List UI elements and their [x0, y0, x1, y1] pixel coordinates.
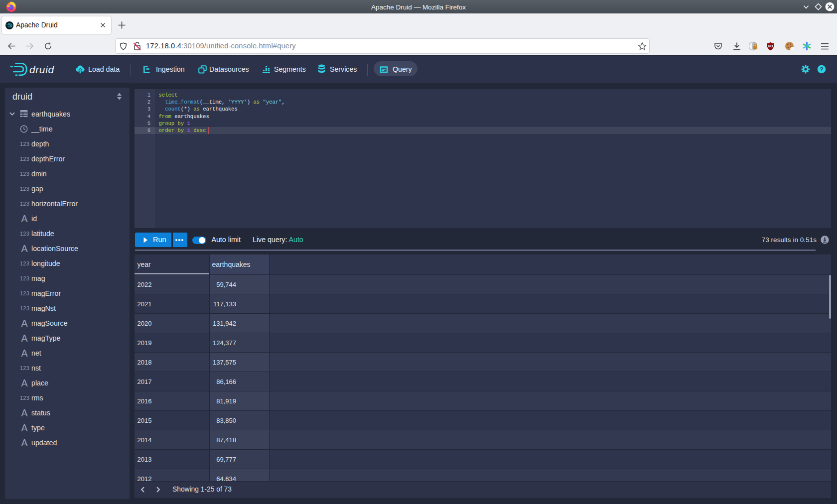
svg-text:uO: uO	[768, 44, 773, 48]
svg-text:?: ?	[820, 66, 823, 72]
